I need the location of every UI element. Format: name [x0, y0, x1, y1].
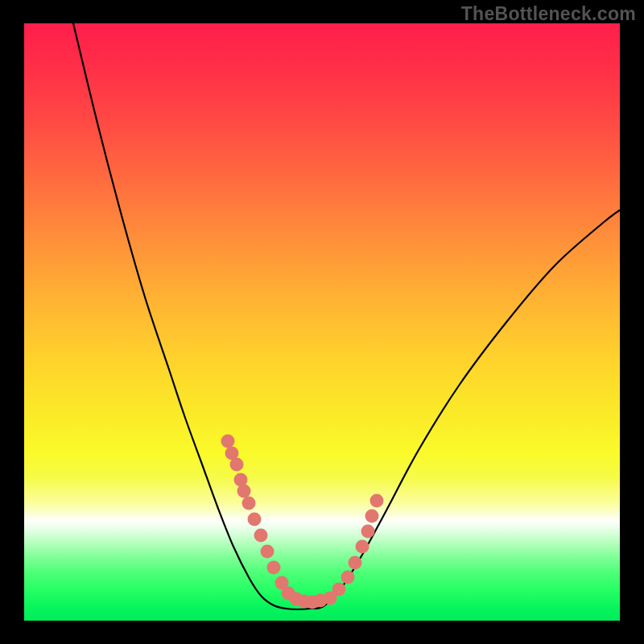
plot-area	[24, 23, 620, 621]
chart-svg	[24, 23, 620, 621]
dot	[356, 540, 369, 554]
chart-frame: TheBottleneck.com	[0, 0, 644, 644]
dot	[261, 545, 275, 559]
dot	[248, 513, 262, 526]
highlight-dots	[221, 435, 384, 609]
dot	[361, 525, 375, 539]
dot	[242, 497, 256, 510]
dot	[267, 561, 281, 575]
dot	[237, 485, 251, 498]
dot	[349, 556, 362, 570]
dot	[254, 529, 268, 543]
dot	[370, 494, 384, 508]
dot	[221, 435, 235, 448]
dot	[230, 458, 244, 472]
dot	[332, 583, 346, 597]
bottleneck-curve	[73, 23, 620, 609]
dot	[341, 571, 355, 584]
dot	[365, 510, 379, 523]
watermark-text: TheBottleneck.com	[461, 3, 636, 25]
